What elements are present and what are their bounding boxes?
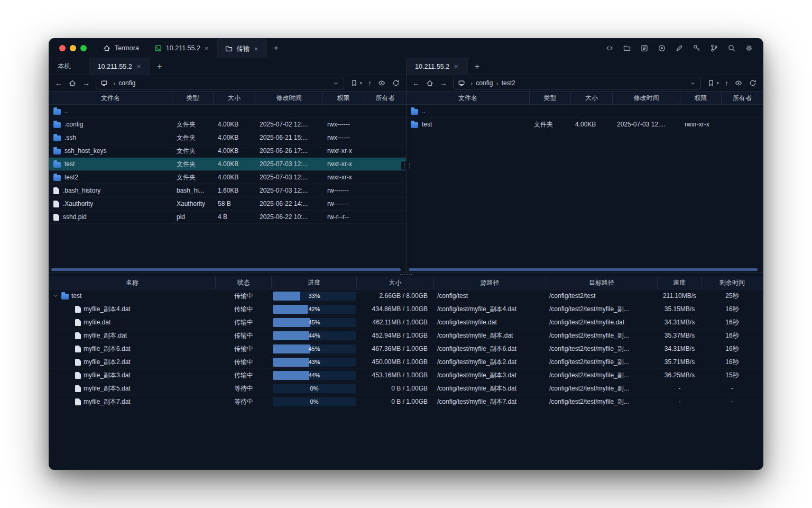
horizontal-scrollbar[interactable] xyxy=(409,268,758,271)
column-header[interactable]: 大小 xyxy=(214,92,255,104)
file-row[interactable]: .bash_history bash_hi... 1.60KB 2025-07-… xyxy=(49,184,406,197)
file-row[interactable]: test2 文件夹 4.00KB 2025-07-03 12:... rwxr-… xyxy=(49,171,406,184)
new-pane-tab-button[interactable]: + xyxy=(468,58,486,75)
maximize-window-button[interactable] xyxy=(80,45,87,51)
log-icon[interactable] xyxy=(640,44,649,52)
column-header[interactable]: 进度 xyxy=(272,276,357,289)
path-dropdown-icon[interactable] xyxy=(689,80,696,87)
horizontal-splitter[interactable]: ⋯⋯ xyxy=(49,273,763,276)
column-header[interactable]: 大小 xyxy=(571,92,613,104)
record-icon[interactable] xyxy=(658,44,666,52)
path-bar[interactable]: › config › test2 xyxy=(453,77,701,89)
new-tab-button[interactable]: + xyxy=(266,39,285,58)
search-icon[interactable] xyxy=(727,44,736,52)
close-tab-icon[interactable]: × xyxy=(454,63,459,70)
file-row[interactable]: ssh_host_keys 文件夹 4.00KB 2025-06-26 17:.… xyxy=(49,144,406,158)
close-tab-icon[interactable]: × xyxy=(136,63,142,70)
refresh-button[interactable] xyxy=(749,79,757,87)
path-segment[interactable]: › test2 xyxy=(493,79,515,87)
column-header[interactable]: 剩余时间 xyxy=(702,276,763,289)
expand-chevron-icon[interactable] xyxy=(52,293,59,299)
column-header[interactable]: 所有者 xyxy=(364,92,406,104)
close-tab-icon[interactable]: × xyxy=(204,45,209,52)
code-icon[interactable] xyxy=(605,44,614,52)
column-header[interactable]: 修改时间 xyxy=(255,92,323,104)
pane-tab[interactable]: 本机 × xyxy=(49,58,89,75)
branch-icon[interactable] xyxy=(710,44,718,52)
column-header[interactable]: 所有者 xyxy=(722,92,763,104)
transfer-row[interactable]: myfile_副本7.dat 等待中 0% 0 B / 1.00GB /conf… xyxy=(49,395,763,409)
column-header[interactable]: 名称 xyxy=(49,276,216,289)
file-row[interactable]: sshd.pid pid 4 B 2025-06-22 10:... rw-r-… xyxy=(49,211,406,224)
file-row[interactable]: .config 文件夹 4.00KB 2025-07-02 12:... rwx… xyxy=(49,118,406,131)
transfer-row[interactable]: myfile_副本5.dat 等待中 0% 0 B / 1.00GB /conf… xyxy=(49,382,763,395)
column-header[interactable]: 文件名 xyxy=(407,92,530,104)
forward-button[interactable]: → xyxy=(82,79,90,87)
transfer-row[interactable]: myfile_副本6.dat 传输中 45% 467.36MB / 1.00GB… xyxy=(49,342,763,356)
column-header[interactable]: 大小 xyxy=(357,276,434,289)
path-segment[interactable]: › config xyxy=(467,79,493,87)
bookmark-dropdown-icon[interactable]: ▾ xyxy=(359,81,362,86)
vertical-splitter-handle[interactable]: ⋮⋮ xyxy=(401,161,412,169)
file-row[interactable]: test 文件夹 4.00KB 2025-07-03 12:... rwxr-x… xyxy=(407,118,763,131)
file-row[interactable]: .. xyxy=(407,105,763,118)
transfer-status: 等待中 xyxy=(216,384,272,393)
close-tab-icon[interactable]: × xyxy=(254,46,259,52)
parent-directory-button[interactable]: ↑ xyxy=(725,79,728,87)
transfer-name: myfile.dat xyxy=(84,319,110,326)
pane-tab[interactable]: 10.211.55.2 × xyxy=(89,58,151,75)
column-header[interactable]: 权限 xyxy=(323,92,364,104)
bookmark-dropdown-icon[interactable]: ▾ xyxy=(716,81,719,86)
left-pane-tabs: 本机 × 10.211.55.2 × + xyxy=(49,58,406,75)
close-window-button[interactable] xyxy=(59,45,66,51)
key-icon[interactable] xyxy=(693,44,701,52)
folder-icon[interactable] xyxy=(623,44,631,52)
bookmark-button[interactable]: ▾ xyxy=(350,79,362,87)
column-header[interactable]: 速度 xyxy=(658,276,702,289)
file-mtime: 2025-06-21 15:... xyxy=(255,134,323,141)
refresh-button[interactable] xyxy=(392,79,400,87)
transfer-row[interactable]: myfile_副本2.dat 传输中 43% 450.00MB / 1.00GB… xyxy=(49,356,763,369)
file-row[interactable]: .Xauthority Xauthority 58 B 2025-06-22 1… xyxy=(49,197,406,211)
toggle-hidden-eye-icon[interactable] xyxy=(377,79,386,87)
parent-directory-button[interactable]: ↑ xyxy=(368,79,372,87)
path-bar[interactable]: › config xyxy=(96,77,344,89)
column-header[interactable]: 目标路径 xyxy=(546,276,658,289)
back-button[interactable]: ← xyxy=(412,79,420,87)
file-row[interactable]: .. xyxy=(49,105,406,118)
transfer-row[interactable]: myfile_副本3.dat 传输中 44% 453.16MB / 1.00GB… xyxy=(49,369,763,382)
settings-gear-icon[interactable] xyxy=(745,44,753,52)
horizontal-scrollbar[interactable] xyxy=(51,268,401,271)
path-dropdown-icon[interactable] xyxy=(333,80,339,87)
pane-tab[interactable]: 10.211.55.2 × xyxy=(407,58,468,75)
column-header[interactable]: 状态 xyxy=(216,276,272,289)
back-button[interactable]: ← xyxy=(55,79,62,87)
minimize-window-button[interactable] xyxy=(70,45,76,51)
column-header[interactable]: 类型 xyxy=(172,92,214,104)
path-segment[interactable]: › config xyxy=(110,79,135,87)
column-header[interactable]: 权限 xyxy=(680,92,722,104)
column-header[interactable]: 修改时间 xyxy=(613,92,680,104)
file-row[interactable]: .ssh 文件夹 4.00KB 2025-06-21 15:... rwx---… xyxy=(49,131,406,144)
app-tab-termora[interactable]: Termora xyxy=(95,39,146,58)
forward-button[interactable]: → xyxy=(440,79,447,87)
toggle-hidden-eye-icon[interactable] xyxy=(734,79,743,87)
transfer-row[interactable]: myfile.dat 传输中 45% 462.11MB / 1.00GB /co… xyxy=(49,316,763,329)
file-name-cell: .ssh xyxy=(49,134,172,141)
file-name: test2 xyxy=(64,174,78,181)
new-pane-tab-button[interactable]: + xyxy=(150,58,169,75)
app-tab-host[interactable]: 10.211.55.2 × xyxy=(146,39,217,58)
column-header[interactable]: 类型 xyxy=(530,92,571,104)
home-button[interactable] xyxy=(426,79,434,87)
file-type-icon xyxy=(53,109,61,115)
transfer-row[interactable]: test 传输中 33% 2.66GB / 8.00GB /config/tes… xyxy=(49,289,763,303)
home-button[interactable] xyxy=(68,79,77,87)
column-header[interactable]: 文件名 xyxy=(49,92,172,104)
transfer-row[interactable]: myfile_副本.dat 传输中 44% 452.94MB / 1.00GB … xyxy=(49,329,763,342)
transfer-row[interactable]: myfile_副本4.dat 传输中 42% 434.86MB / 1.00GB… xyxy=(49,303,763,316)
column-header[interactable]: 源路径 xyxy=(434,276,546,289)
file-row[interactable]: test 文件夹 4.00KB 2025-07-03 12:... rwxr-x… xyxy=(49,158,406,171)
app-tab-transfer[interactable]: 传输 × xyxy=(217,39,267,58)
edit-icon[interactable] xyxy=(675,44,684,52)
bookmark-button[interactable]: ▾ xyxy=(707,79,719,87)
